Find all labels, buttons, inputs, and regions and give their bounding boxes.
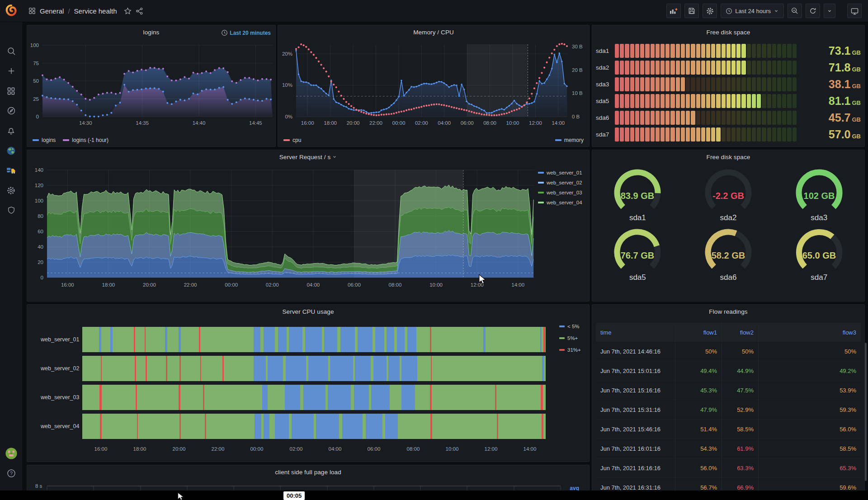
- dashboard-settings-button[interactable]: [703, 4, 717, 18]
- star-icon[interactable]: [124, 7, 132, 15]
- legend-item-logins[interactable]: logins: [33, 137, 56, 143]
- lcd-cell: [767, 127, 771, 142]
- legend-item[interactable]: < 5%: [559, 324, 581, 329]
- disk-bar-gauge: [615, 61, 797, 75]
- legend-item-memory[interactable]: memory: [555, 137, 584, 143]
- sidebar-item-help[interactable]: ?: [4, 467, 19, 481]
- sidebar-item-dashboards[interactable]: [4, 85, 19, 99]
- time-range-picker[interactable]: Last 24 hours: [721, 4, 784, 18]
- column-header-flow3[interactable]: flow3: [759, 323, 861, 342]
- svg-text:76.7 GB: 76.7 GB: [621, 250, 654, 260]
- lcd-cell: [625, 127, 629, 142]
- breadcrumb: General / Service health: [28, 7, 143, 15]
- state-low-segment: [340, 327, 355, 352]
- legend-item-logins (-1 hour)[interactable]: logins (-1 hour): [63, 137, 108, 143]
- time-override-link[interactable]: Last 20 minutes: [221, 29, 271, 36]
- scrollbar-thumb[interactable]: [865, 343, 867, 481]
- grafana-dashboard: General / Service health Last 24 hours ?: [0, 0, 868, 500]
- table-row[interactable]: Jun 7th, 2021 15:01:16 49.4% 44.9% 49.2%: [596, 361, 861, 381]
- column-header-flow2[interactable]: flow2: [722, 323, 759, 342]
- sidebar-item-alerting[interactable]: [4, 125, 19, 138]
- lcd-cell: [681, 111, 685, 125]
- panel-flow-readings: Flow readings timeflow1flow2flow3 Jun 7t…: [592, 304, 865, 500]
- cycle-view-mode-button[interactable]: [847, 4, 862, 18]
- add-panel-button[interactable]: [666, 4, 681, 18]
- logins-chart[interactable]: 025507510014:3014:3514:4014:45: [27, 41, 276, 133]
- legend-item[interactable]: 5%+: [559, 335, 581, 341]
- disk-row-sda5: sda5 81.1GB: [596, 94, 861, 108]
- breadcrumb-page[interactable]: Service health: [74, 7, 117, 15]
- timeline-bar: [82, 414, 546, 439]
- svg-text:04:00: 04:00: [329, 446, 342, 452]
- panel-title[interactable]: Free disk space: [592, 154, 864, 160]
- state-high-segment: [203, 385, 204, 410]
- panel-title[interactable]: client side full page load: [27, 469, 589, 476]
- column-header-time[interactable]: time: [596, 323, 675, 342]
- legend-item-cpu[interactable]: cpu: [283, 137, 301, 143]
- table-row[interactable]: Jun 7th, 2021 15:16:16 45.3% 47.5% 53.9%: [596, 381, 861, 400]
- lcd-cell: [787, 61, 791, 75]
- svg-text:08:00: 08:00: [389, 282, 402, 288]
- sidebar-item-configuration[interactable]: [4, 184, 19, 198]
- memory-cpu-chart[interactable]: 0%10%20%0 B10 B20 B30 B16:0018:0020:0022…: [278, 41, 590, 133]
- sidebar-item-create[interactable]: [4, 65, 19, 79]
- lcd-cell: [656, 111, 660, 125]
- refresh-button[interactable]: [806, 4, 820, 18]
- cell-flow2: 52.9%: [722, 400, 759, 419]
- timeline-row-web_server_02[interactable]: web_server_02: [27, 356, 546, 381]
- sidebar-item-search[interactable]: [4, 45, 19, 59]
- panel-menu-chevron-icon[interactable]: [332, 154, 337, 160]
- grafana-logo[interactable]: [0, 0, 22, 22]
- lcd-cell: [731, 44, 736, 58]
- lcd-cell: [635, 127, 639, 142]
- lcd-cell: [736, 111, 741, 125]
- lcd-cell: [701, 44, 705, 58]
- sidebar-item-server-admin[interactable]: [4, 204, 19, 218]
- panel-title[interactable]: Memory / CPU: [278, 29, 589, 36]
- lcd-cell: [736, 127, 741, 142]
- legend-item-web_server_01[interactable]: web_server_01: [538, 170, 582, 175]
- zoom-out-button[interactable]: [788, 4, 802, 18]
- legend-item-web_server_04[interactable]: web_server_04: [538, 200, 582, 205]
- state-high-segment: [205, 414, 206, 439]
- svg-text:20: 20: [38, 259, 43, 265]
- state-low-segment: [308, 356, 328, 381]
- refresh-interval-button[interactable]: [824, 4, 835, 18]
- legend-item[interactable]: 31%+: [559, 347, 581, 353]
- panel-title[interactable]: Server Request / s: [27, 154, 589, 160]
- column-header-flow1[interactable]: flow1: [675, 323, 722, 342]
- sidebar-item-explore[interactable]: [4, 105, 19, 118]
- lcd-cell: [701, 94, 705, 108]
- sidebar-item-world-plugin[interactable]: [4, 145, 19, 158]
- table-row[interactable]: Jun 7th, 2021 16:01:16 54.3% 61.9% 58.5%: [596, 439, 861, 458]
- lcd-cell: [772, 77, 776, 91]
- table-row[interactable]: Jun 7th, 2021 15:31:16 47.9% 52.9% 59.3%: [596, 400, 861, 420]
- save-dashboard-button[interactable]: [684, 4, 699, 18]
- lcd-cell: [762, 61, 766, 75]
- panel-title[interactable]: Free disk space: [592, 29, 864, 36]
- table-row[interactable]: Jun 7th, 2021 15:46:16 51.4% 58.5% 56.0%: [596, 420, 861, 439]
- state-low-segment: [289, 327, 302, 352]
- svg-text:80: 80: [38, 213, 43, 219]
- legend-item-web_server_03[interactable]: web_server_03: [538, 190, 582, 195]
- video-progress-bar[interactable]: 00:05: [0, 491, 868, 500]
- breadcrumb-section[interactable]: General: [40, 7, 64, 15]
- sidebar-item-fleet-plugin[interactable]: [4, 165, 19, 178]
- panel-title[interactable]: Server CPU usage: [27, 308, 589, 315]
- table-row[interactable]: Jun 7th, 2021 14:46:16 50% 50% 50%: [596, 342, 861, 361]
- timeline-row-web_server_03[interactable]: web_server_03: [27, 385, 546, 410]
- gauge-label: sda3: [811, 213, 827, 222]
- timeline-row-web_server_04[interactable]: web_server_04: [27, 414, 546, 439]
- cell-flow2: 47.5%: [722, 381, 759, 400]
- svg-text:10:00: 10:00: [506, 120, 519, 126]
- timeline-row-web_server_01[interactable]: web_server_01: [27, 327, 546, 352]
- server-request-chart[interactable]: 02040608010012014016:0018:0020:0022:0000…: [27, 163, 590, 304]
- legend-item-web_server_02[interactable]: web_server_02: [538, 180, 582, 185]
- disk-row-sda3: sda3 38.1GB: [596, 77, 861, 92]
- share-icon[interactable]: [136, 7, 143, 15]
- state-low-segment: [401, 385, 415, 410]
- sidebar-item-user-avatar[interactable]: [4, 448, 19, 461]
- panel-title[interactable]: Flow readings: [592, 308, 864, 315]
- table-row[interactable]: Jun 7th, 2021 16:16:16 56.0% 63.3% 65.3%: [596, 458, 861, 478]
- lcd-cell: [793, 111, 797, 125]
